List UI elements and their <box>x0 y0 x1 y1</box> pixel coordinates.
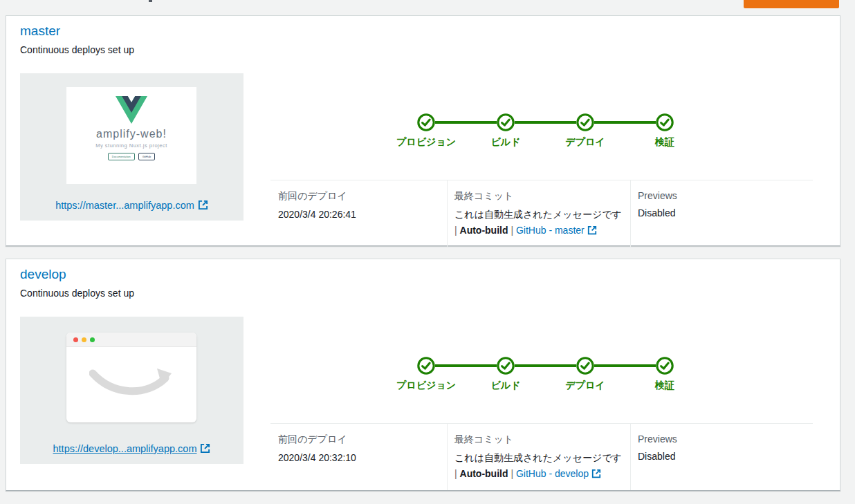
amplify-branches-page: master Continuous deploys set up amplify… <box>0 0 855 504</box>
auto-build-label: Auto-build <box>460 468 508 479</box>
window-dot-green <box>90 337 95 342</box>
pipeline-step-build[interactable]: ビルド <box>491 380 521 392</box>
last-deploy-label: 前回のデプロイ <box>278 190 441 203</box>
pipeline-connector <box>515 364 576 367</box>
branch-status-text: Continuous deploys set up <box>20 44 134 55</box>
last-commit-label: 最終コミット <box>454 433 625 446</box>
branch-preview-thumbnail: amplify-web! My stunning Nuxt.js project… <box>20 73 243 221</box>
check-circle-icon <box>417 113 435 131</box>
preview-github-button: GitHub <box>138 153 155 160</box>
preview-app-title: amplify-web! <box>66 128 196 140</box>
check-circle-icon <box>576 357 594 375</box>
pipeline-step-deploy[interactable]: デプロイ <box>565 380 605 392</box>
branch-preview-thumbnail: https://develop...amplifyapp.com <box>20 317 243 464</box>
branch-url-row: https://master...amplifyapp.com <box>20 200 243 212</box>
pipeline-step-deploy[interactable]: デプロイ <box>565 136 605 149</box>
pipeline-connector <box>515 121 576 124</box>
deploy-pipeline: プロビジョン ビルド デプロイ 検証 <box>417 357 674 391</box>
previews-column: Previews Disabled <box>630 424 813 490</box>
branch-info-row: 前回のデプロイ 2020/3/4 20:26:41 最終コミット これは自動生成… <box>270 180 813 247</box>
header-action-button[interactable] <box>744 0 839 8</box>
pipeline-step-provision[interactable]: プロビジョン <box>396 136 456 149</box>
external-link-icon <box>591 469 601 480</box>
last-commit-column: 最終コミット これは自動生成されたメッセージです | Auto-build | … <box>447 424 630 490</box>
vue-logo-icon <box>116 96 147 124</box>
separator: | <box>454 468 457 479</box>
branch-name-link[interactable]: master <box>20 24 60 39</box>
branch-name-link[interactable]: develop <box>20 267 66 282</box>
pipeline-connector <box>594 121 656 124</box>
deploy-pipeline: プロビジョン ビルド デプロイ 検証 <box>417 113 674 148</box>
last-deploy-column: 前回のデプロイ 2020/3/4 20:26:41 <box>270 180 447 247</box>
last-deploy-label: 前回のデプロイ <box>278 433 441 446</box>
window-dot-red <box>73 337 78 342</box>
last-deploy-column: 前回のデプロイ 2020/3/4 20:32:10 <box>270 424 447 490</box>
previews-column: Previews Disabled <box>630 180 813 247</box>
external-link-icon <box>200 443 210 456</box>
last-commit-column: 最終コミット これは自動生成されたメッセージです | Auto-build | … <box>447 180 630 247</box>
pipeline-connector <box>594 364 656 367</box>
amazon-smile-icon <box>89 368 174 398</box>
check-circle-icon <box>497 113 515 131</box>
cropped-text-fragment <box>149 0 152 2</box>
auto-build-label: Auto-build <box>460 225 508 236</box>
external-link-icon <box>198 200 208 212</box>
branch-info-row: 前回のデプロイ 2020/3/4 20:32:10 最終コミット これは自動生成… <box>270 423 813 490</box>
browser-placeholder-image <box>66 333 196 422</box>
check-circle-icon <box>576 113 594 131</box>
preview-app-subtitle: My stunning Nuxt.js project <box>66 142 196 149</box>
pipeline-step-verify[interactable]: 検証 <box>655 380 674 392</box>
branch-url-link[interactable]: https://master...amplifyapp.com <box>55 200 194 211</box>
pipeline-connector <box>435 121 497 124</box>
github-branch-link[interactable]: GitHub - master <box>516 225 597 236</box>
branch-card-master: master Continuous deploys set up amplify… <box>6 15 840 246</box>
commit-message: これは自動生成されたメッセージです <box>454 209 625 221</box>
pipeline-connector <box>435 364 497 367</box>
commit-message: これは自動生成されたメッセージです <box>454 452 625 465</box>
previews-value: Disabled <box>638 207 807 218</box>
branch-card-develop: develop Continuous deploys set up https:… <box>6 259 840 491</box>
check-circle-icon <box>656 357 674 375</box>
separator: | <box>454 225 457 236</box>
branch-url-row: https://develop...amplifyapp.com <box>20 443 243 456</box>
check-circle-icon <box>656 113 674 131</box>
preview-docs-button: Documentation <box>108 153 135 160</box>
previews-label: Previews <box>638 433 807 445</box>
check-circle-icon <box>497 357 515 375</box>
check-circle-icon <box>417 357 435 375</box>
separator: | <box>511 468 513 479</box>
browser-titlebar <box>66 333 196 347</box>
last-deploy-value: 2020/3/4 20:26:41 <box>278 209 441 220</box>
last-commit-label: 最終コミット <box>454 190 625 203</box>
previews-label: Previews <box>638 190 807 201</box>
pipeline-step-provision[interactable]: プロビジョン <box>396 380 456 392</box>
window-dot-yellow <box>82 337 86 342</box>
separator: | <box>511 225 513 236</box>
pipeline-step-build[interactable]: ビルド <box>491 136 521 149</box>
branch-status-text: Continuous deploys set up <box>20 288 134 299</box>
branch-url-link[interactable]: https://develop...amplifyapp.com <box>53 443 197 454</box>
github-branch-link[interactable]: GitHub - develop <box>516 468 601 479</box>
app-preview-image: amplify-web! My stunning Nuxt.js project… <box>66 87 196 184</box>
previews-value: Disabled <box>638 451 807 462</box>
preview-app-buttons: Documentation GitHub <box>66 153 196 160</box>
external-link-icon <box>587 225 597 237</box>
last-deploy-value: 2020/3/4 20:32:10 <box>278 452 441 463</box>
pipeline-step-verify[interactable]: 検証 <box>655 136 674 149</box>
